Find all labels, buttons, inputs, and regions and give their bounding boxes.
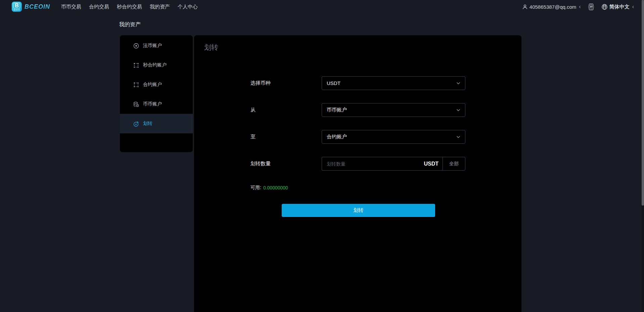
svg-text:APP: APP <box>589 6 592 8</box>
nav-item-personal-center[interactable]: 个人中心 <box>178 4 198 10</box>
from-label: 从 <box>250 103 256 117</box>
brand-wordmark: BCEOIN <box>25 3 50 10</box>
nav-item-second-contract-trading[interactable]: 秒合约交易 <box>117 4 142 10</box>
nav-item-my-assets[interactable]: 我的资产 <box>150 4 170 10</box>
scrollbar[interactable] <box>642 0 644 312</box>
amount-input-group: USDT 全部 <box>322 157 465 171</box>
sidebar-item-label: 合约账户 <box>143 82 162 88</box>
all-button[interactable]: 全部 <box>443 157 465 171</box>
chevron-down-icon <box>456 82 460 85</box>
to-account-select-value: 合约账户 <box>327 134 456 140</box>
brand-logo-icon: B BCEOIN <box>12 2 22 12</box>
from-account-select[interactable]: 币币账户 <box>322 103 465 117</box>
chevron-down-icon <box>456 109 460 112</box>
available-balance: 可用: 0.00000000 <box>250 185 288 191</box>
amount-row: 划转数量 USDT 全部 <box>194 157 521 171</box>
from-account-select-value: 币币账户 <box>327 107 456 113</box>
amount-label: 划转数量 <box>250 157 271 171</box>
to-account-select[interactable]: 合约账户 <box>322 130 465 144</box>
screen: B BCEOIN BCEOIN 币币交易 合约交易 秒合约交易 我的资产 个人中… <box>0 0 644 312</box>
available-label: 可用: <box>250 185 261 191</box>
sidebar-item-spot-account[interactable]: 币币账户 <box>120 94 193 114</box>
top-navbar: B BCEOIN BCEOIN 币币交易 合约交易 秒合约交易 我的资产 个人中… <box>0 0 644 13</box>
amount-unit-label: USDT <box>424 161 439 167</box>
transfer-panel: 划转 选择币种 USDT 从 币币账户 至 <box>194 35 521 312</box>
chevron-down-icon <box>456 136 460 138</box>
sidebar-item-label: 币币账户 <box>143 101 162 107</box>
svg-text:¥: ¥ <box>135 123 137 126</box>
scrollbar-thumb[interactable] <box>642 0 644 206</box>
assets-sidebar: 法币账户 秒合约账户 合约账户 <box>120 35 193 152</box>
app-download-button[interactable]: APP <box>588 3 594 10</box>
target-icon <box>133 43 139 49</box>
to-label: 至 <box>250 130 256 144</box>
main-nav: 币币交易 合约交易 秒合约交易 我的资产 个人中心 <box>61 4 198 10</box>
brand-logo-letter: B <box>13 3 20 9</box>
sidebar-item-label: 秒合约账户 <box>143 62 167 68</box>
frame-icon <box>133 62 139 68</box>
nav-item-spot-trading[interactable]: 币币交易 <box>61 4 81 10</box>
sidebar-item-transfer[interactable]: ¥ 划转 <box>120 114 193 133</box>
from-row: 从 币币账户 <box>194 103 521 117</box>
language-switcher[interactable]: 简体中文 ‹ <box>601 4 634 10</box>
user-account-menu[interactable]: 405865387@qq.com ‹ <box>522 4 581 10</box>
transfer-submit-button[interactable]: 划转 <box>282 204 435 217</box>
sidebar-item-label: 划转 <box>143 121 152 127</box>
page-title: 我的资产 <box>119 21 141 28</box>
nav-item-contract-trading[interactable]: 合约交易 <box>89 4 109 10</box>
globe-icon <box>601 4 608 10</box>
user-icon <box>522 4 528 10</box>
sidebar-item-second-contract-account[interactable]: 秒合约账户 <box>120 55 193 75</box>
available-value: 0.00000000 <box>263 185 288 190</box>
sidebar-item-contract-account[interactable]: 合约账户 <box>120 75 193 94</box>
chevron-icon: ‹ <box>632 4 634 9</box>
amount-input[interactable] <box>327 161 421 167</box>
brand-logo-subtext: BCEOIN <box>14 9 20 11</box>
sidebar-item-label: 法币账户 <box>143 43 162 49</box>
transfer-icon: ¥ <box>133 121 139 127</box>
brand-logo[interactable]: B BCEOIN BCEOIN <box>12 2 50 12</box>
sidebar-item-fiat-account[interactable]: 法币账户 <box>120 36 193 55</box>
to-row: 至 合约账户 <box>194 130 521 144</box>
amount-input-wrap: USDT <box>322 157 443 171</box>
panel-title: 划转 <box>204 43 218 52</box>
currency-label: 选择币种 <box>250 76 271 90</box>
coins-icon <box>133 101 139 107</box>
chevron-icon: ‹ <box>579 4 581 9</box>
frame-icon <box>133 82 139 88</box>
language-label: 简体中文 <box>609 4 630 10</box>
user-email: 405865387@qq.com <box>530 4 577 10</box>
currency-select[interactable]: USDT <box>322 76 465 90</box>
header-right: 405865387@qq.com ‹ APP <box>522 3 634 10</box>
currency-row: 选择币种 USDT <box>194 76 521 90</box>
currency-select-value: USDT <box>327 80 456 86</box>
